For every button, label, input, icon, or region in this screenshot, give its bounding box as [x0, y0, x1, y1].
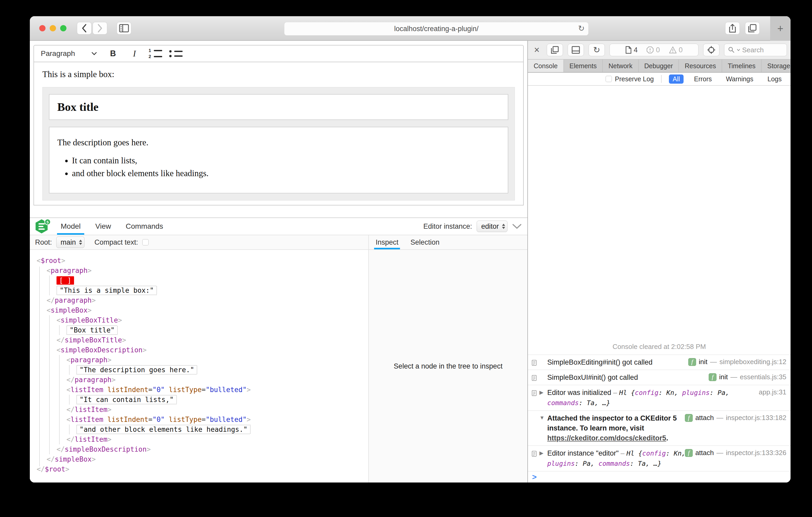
filter-warnings[interactable]: Warnings: [722, 74, 757, 84]
tree-node-$root[interactable]: </$root>: [30, 464, 368, 474]
tree-node-text[interactable]: "The description goes here.": [30, 365, 368, 375]
filter-all[interactable]: All: [669, 74, 684, 84]
tree-node-listItem[interactable]: <listItem listIndent="0" listType="bulle…: [30, 415, 368, 424]
dock-to-bottom-button[interactable]: [568, 44, 584, 56]
source-location-link[interactable]: app.js:31: [759, 388, 786, 396]
share-button[interactable]: [725, 22, 740, 34]
tree-node-text[interactable]: "and other block elements like headings.…: [30, 424, 368, 434]
tree-node-simpleBoxDescription[interactable]: <simpleBoxDescription>: [30, 345, 368, 355]
tree-node-text[interactable]: "This is a simple box:": [30, 285, 368, 295]
tab-resources[interactable]: Resources: [679, 60, 722, 72]
tree-node-text[interactable]: "Box title": [30, 325, 368, 335]
editor-instance-select[interactable]: editor: [476, 221, 508, 232]
tab-console[interactable]: Console: [528, 60, 564, 72]
tab-inspect[interactable]: Inspect: [376, 235, 399, 249]
tab-network[interactable]: Network: [603, 60, 639, 72]
tree-node-listItem[interactable]: <listItem listIndent="0" listType="bulle…: [30, 385, 368, 395]
disclosure-triangle-icon[interactable]: ▶: [540, 388, 547, 395]
new-tab-button[interactable]: +: [770, 16, 790, 41]
tree-node-marker[interactable]: [ ]: [30, 275, 368, 285]
console-log-row[interactable]: ▶Editor was initialized – Hl {config: Kn…: [528, 385, 790, 410]
tree-node-simpleBox[interactable]: <simpleBox>: [30, 305, 368, 315]
preserve-log-control[interactable]: Preserve Log: [606, 75, 654, 83]
tree-node-paragraph[interactable]: </paragraph>: [30, 375, 368, 385]
text-node[interactable]: "It can contain lists,": [77, 395, 177, 404]
close-window-button[interactable]: [39, 25, 46, 31]
disclosure-triangle-icon[interactable]: ▼: [540, 413, 547, 421]
tree-node-paragraph[interactable]: <paragraph>: [30, 355, 368, 365]
close-inspector-icon[interactable]: ×: [531, 44, 542, 55]
bulleted-list-button[interactable]: [169, 50, 182, 57]
italic-button[interactable]: I: [127, 47, 142, 60]
search-input[interactable]: Search: [724, 44, 787, 56]
source-location-link[interactable]: simpleboxediting.js:12: [719, 358, 786, 366]
reload-icon[interactable]: ↻: [578, 24, 585, 33]
tab-view[interactable]: View: [95, 218, 111, 235]
forward-button[interactable]: [93, 22, 107, 34]
tree-node-simpleBoxTitle[interactable]: <simpleBoxTitle>: [30, 315, 368, 325]
console-log-row[interactable]: ▶Editor instance "editor" – Hl {config: …: [528, 446, 790, 471]
back-button[interactable]: [77, 22, 92, 34]
tree-node-simpleBoxTitle[interactable]: </simpleBoxTitle>: [30, 335, 368, 345]
disclosure-triangle-icon[interactable]: ▶: [540, 448, 547, 456]
address-bar[interactable]: localhost/creating-a-plugin/ ↻: [284, 22, 588, 35]
editor-content[interactable]: This is a simple box: Box title The desc…: [33, 62, 524, 206]
sidebar-toggle-button[interactable]: [117, 22, 131, 34]
console-log-row[interactable]: SimpleBoxUI#init() got calledfinit—essen…: [528, 370, 790, 385]
paragraph-style-dropdown[interactable]: Paragraph: [39, 47, 99, 60]
text-node[interactable]: "The description goes here.": [77, 365, 197, 374]
log-text-segment: Hl: [619, 389, 631, 396]
element-picker-button[interactable]: [703, 44, 719, 56]
console-log-row[interactable]: ▼Attached the inspector to a CKEditor 5 …: [528, 410, 790, 446]
preserve-log-checkbox[interactable]: [606, 76, 612, 82]
tab-model[interactable]: Model: [61, 218, 81, 235]
tab-debugger[interactable]: Debugger: [639, 60, 679, 72]
filter-errors[interactable]: Errors: [690, 74, 716, 84]
tree-node-$root[interactable]: <$root>: [30, 255, 368, 266]
web-inspector: × ↻ 4 0: [527, 41, 790, 483]
tree-node-listItem[interactable]: </listItem>: [30, 434, 368, 444]
numbered-list-button[interactable]: 1 2: [149, 49, 162, 59]
console-log-row[interactable]: SimpleBoxEditing#init() got calledfinit—…: [528, 355, 790, 370]
simple-box-description[interactable]: The description goes here. It can contai…: [49, 127, 508, 193]
reload-page-button[interactable]: ↻: [588, 44, 605, 56]
log-text-segment: Editor was initialized: [547, 389, 611, 396]
minimize-window-button[interactable]: [50, 25, 56, 31]
tree-node-simpleBoxDescription[interactable]: </simpleBoxDescription>: [30, 444, 368, 454]
simple-box-widget[interactable]: Box title The description goes here. It …: [42, 87, 515, 201]
attribute: listIndent="0": [103, 386, 165, 394]
filter-logs[interactable]: Logs: [764, 74, 785, 84]
detach-inspector-button[interactable]: [547, 44, 563, 56]
source-location-link[interactable]: inspector.js:133:326: [726, 449, 786, 457]
resource-counts[interactable]: 4 0 0: [610, 44, 698, 56]
text-node[interactable]: "and other block elements like headings.…: [77, 425, 251, 434]
console-rows: SimpleBoxEditing#init() got calledfinit—…: [528, 355, 790, 471]
text-node[interactable]: "Box title": [66, 326, 118, 335]
compact-text-checkbox[interactable]: [142, 239, 149, 245]
search-scope-chevron-icon: [737, 49, 740, 51]
inspect-panel: Select a node in the tree to inspect: [368, 250, 527, 483]
tree-node-listItem[interactable]: </listItem>: [30, 405, 368, 415]
tab-storage[interactable]: Storage: [761, 60, 790, 72]
description-paragraph: The description goes here.: [57, 138, 500, 147]
tab-timelines[interactable]: Timelines: [722, 60, 761, 72]
console-prompt[interactable]: >: [528, 471, 790, 483]
tree-node-paragraph[interactable]: <paragraph>: [30, 266, 368, 275]
bold-button[interactable]: B: [106, 47, 120, 60]
zoom-window-button[interactable]: [60, 25, 66, 31]
root-select[interactable]: main: [56, 237, 85, 248]
source-location-link[interactable]: inspector.js:133:182: [726, 414, 786, 422]
source-location-link[interactable]: essentials.js:35: [740, 373, 786, 381]
show-tabs-button[interactable]: [745, 22, 760, 34]
tree-node-text[interactable]: "It can contain lists,": [30, 395, 368, 405]
tab-commands[interactable]: Commands: [125, 218, 163, 235]
simple-box-title[interactable]: Box title: [49, 94, 508, 120]
text-node[interactable]: "This is a simple box:": [57, 286, 157, 295]
tab-elements[interactable]: Elements: [564, 60, 603, 72]
collapse-inspector-chevron-icon[interactable]: [512, 224, 522, 229]
tab-selection[interactable]: Selection: [410, 235, 439, 249]
log-type-icon: [531, 448, 540, 458]
tree-node-simpleBox[interactable]: </simpleBox>: [30, 454, 368, 464]
tree-node-paragraph[interactable]: </paragraph>: [30, 295, 368, 305]
log-link[interactable]: https://ckeditor.com/docs/ckeditor5: [547, 434, 666, 442]
